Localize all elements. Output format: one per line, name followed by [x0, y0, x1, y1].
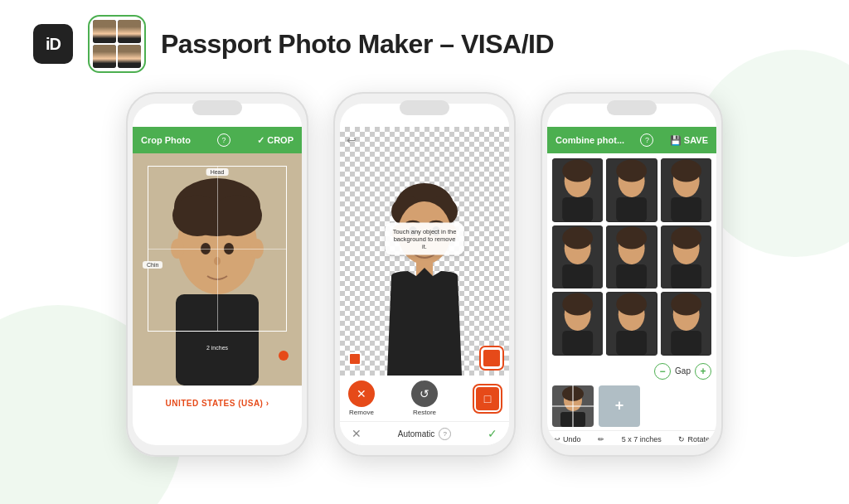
crop-footer[interactable]: UNITED STATES (USA) › [133, 385, 302, 418]
brush-size-selector[interactable] [481, 347, 502, 369]
inches-label: 2 inches [206, 345, 228, 351]
person-photo [375, 168, 474, 376]
svg-point-47 [562, 293, 593, 316]
photo-thumb-9 [661, 292, 711, 356]
photo-thumb-5 [606, 225, 657, 289]
svg-point-27 [617, 160, 648, 182]
small-thumbs-row: + [547, 382, 716, 430]
photo-thumb-2 [606, 158, 657, 222]
rotate-button[interactable]: ↻ Rotate [678, 435, 710, 443]
crop-handle[interactable] [279, 351, 289, 361]
crop-button[interactable]: ✓ CROP [257, 135, 294, 146]
square-icon[interactable]: □ [474, 385, 501, 412]
crop-image-area: Head Chin 2 inches [133, 153, 302, 385]
add-photo-thumb[interactable]: + [599, 385, 640, 427]
chin-label: Chin [143, 261, 163, 269]
app-icon [88, 15, 146, 73]
app-icon-cell [93, 20, 116, 43]
phone-screen-combine: Combine phot... ? 💾 SAVE [547, 104, 716, 445]
app-icon-cell [93, 45, 116, 68]
mode-selector[interactable]: Automatic ? [398, 428, 451, 440]
crop-hline [148, 249, 286, 250]
phone-notch [400, 100, 449, 115]
app-icon-cell [118, 20, 141, 43]
photo-thumb-6 [661, 225, 711, 289]
id-logo: iD [33, 24, 73, 64]
confirm-icon[interactable]: ✓ [488, 427, 497, 440]
svg-rect-52 [617, 331, 648, 355]
phone-notch [607, 100, 657, 115]
svg-point-55 [671, 293, 701, 316]
person-svg [375, 168, 474, 376]
svg-rect-40 [617, 264, 648, 288]
gap-minus-button[interactable]: − [654, 363, 671, 380]
photo-thumb-4 [552, 225, 603, 289]
svg-rect-56 [671, 331, 701, 355]
cancel-icon[interactable]: ✕ [352, 427, 361, 440]
svg-point-31 [671, 160, 701, 182]
phone-screen-crop: Crop Photo ? ✓ CROP [133, 104, 302, 445]
square-tool-button[interactable]: □ [474, 385, 501, 412]
app-title: Passport Photo Maker – VISA/ID [161, 29, 554, 60]
bg-image-area: Touch any object in the background to re… [340, 127, 509, 376]
crop-help-icon[interactable]: ? [217, 133, 230, 147]
phone-combine: Combine phot... ? 💾 SAVE [541, 92, 723, 457]
country-selector[interactable]: UNITED STATES (USA) › [165, 399, 269, 408]
hint-bubble: Touch any object in the background to re… [386, 223, 464, 255]
header: iD Passport Photo Maker – VISA/ID [0, 0, 849, 88]
combine-header: Combine phot... ? 💾 SAVE [547, 127, 716, 153]
restore-icon[interactable]: ↺ [411, 380, 438, 407]
svg-rect-36 [562, 264, 593, 288]
edit-button[interactable]: ✏ [598, 435, 604, 443]
combine-bottom-bar: ↩ Undo ✏ 5 x 7 inches ↻ Rotate [547, 430, 716, 445]
svg-point-35 [562, 226, 593, 249]
mode-help-icon[interactable]: ? [439, 428, 451, 440]
svg-point-39 [617, 226, 648, 249]
undo-button[interactable]: ↩ Undo [554, 435, 581, 443]
size-selector[interactable]: 5 x 7 inches [622, 435, 662, 443]
bg-bottom-bar: ✕ Automatic ? ✓ [340, 421, 509, 445]
remove-button[interactable]: ✕ Remove [348, 380, 375, 416]
phone-bg-removal: Touch any object in the background to re… [333, 92, 516, 457]
photo-thumb-3 [661, 158, 711, 222]
phone-crop: Crop Photo ? ✓ CROP [126, 92, 308, 457]
bg-toolbar: ✕ Remove ↺ Restore □ [340, 376, 509, 421]
bg-removal-content: Touch any object in the background to re… [340, 127, 509, 445]
phones-container: Crop Photo ? ✓ CROP [0, 92, 849, 457]
add-icon[interactable]: + [615, 397, 624, 414]
svg-point-23 [562, 160, 593, 182]
remove-icon[interactable]: ✕ [348, 380, 375, 407]
head-label: Head [206, 168, 229, 176]
crop-header: Crop Photo ? ✓ CROP [133, 127, 302, 153]
small-thumb-selected[interactable] [552, 385, 594, 427]
photo-grid [547, 153, 716, 361]
app-icon-cell [118, 45, 141, 68]
brush-small-icon[interactable] [348, 352, 361, 366]
crop-frame [148, 166, 287, 332]
restore-button[interactable]: ↺ Restore [411, 380, 438, 416]
gap-controls: − Gap + [547, 361, 716, 382]
crop-title: Crop Photo [141, 135, 191, 145]
svg-rect-24 [562, 197, 593, 221]
undo-hint-icon: ↩ [347, 133, 357, 147]
phone-screen-bg: Touch any object in the background to re… [340, 104, 509, 445]
svg-point-43 [671, 226, 701, 249]
combine-help-icon[interactable]: ? [640, 133, 653, 147]
svg-rect-48 [562, 331, 593, 355]
gap-plus-button[interactable]: + [695, 363, 711, 380]
svg-point-51 [617, 293, 648, 316]
svg-rect-44 [671, 264, 701, 288]
svg-rect-32 [671, 197, 701, 221]
phone-notch [192, 100, 242, 115]
photo-thumb-1 [552, 158, 603, 222]
photo-thumb-8 [606, 292, 657, 356]
gap-label: Gap [675, 366, 691, 376]
combine-title: Combine phot... [555, 135, 624, 145]
svg-rect-28 [617, 197, 648, 221]
save-button[interactable]: 💾 SAVE [670, 135, 708, 146]
photo-thumb-7 [552, 292, 603, 356]
